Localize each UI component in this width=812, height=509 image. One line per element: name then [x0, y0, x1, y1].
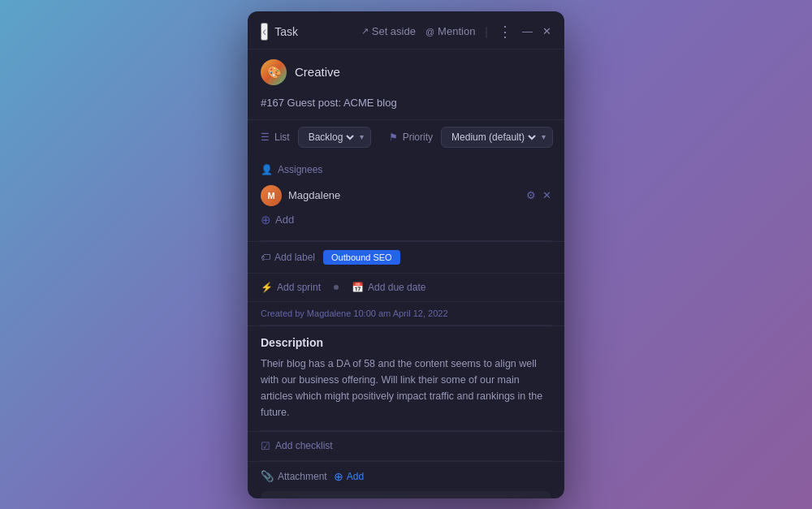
assignee-actions: ⚙ ✕ — [526, 189, 551, 201]
assignee-name: Magdalene — [288, 189, 520, 201]
modal-overlay: ‹ Task ↗ Set aside @ Mention | ⋮ — ✕ — [0, 0, 812, 509]
avatar-initials: M — [267, 191, 274, 201]
add-sprint-button[interactable]: ⚡ Add sprint — [261, 282, 321, 293]
priority-label: Priority — [403, 132, 433, 143]
attachment-card: 📄 #1 Guest post blog: Acme by Florencia … — [261, 491, 551, 498]
created-info-row: Created by Magdalene 10:00 am April 12, … — [248, 301, 564, 325]
attachment-header: 📎 Attachment ⊕ Add — [261, 470, 551, 483]
modal-header-left: ‹ Task — [261, 23, 298, 41]
add-attachment-button[interactable]: ⊕ Add — [334, 470, 364, 483]
assignee-settings-icon[interactable]: ⚙ — [526, 189, 536, 201]
add-assignee-icon: ⊕ — [261, 213, 271, 227]
sprint-due-row: ⚡ Add sprint 📅 Add due date — [248, 273, 564, 301]
priority-icon: ⚑ — [389, 132, 398, 143]
workspace-avatar: 🎨 — [261, 59, 287, 85]
description-text: Their blog has a DA of 58 and the conten… — [261, 356, 551, 421]
list-label: List — [274, 132, 290, 143]
set-aside-icon: ↗ — [361, 26, 369, 37]
attachment-label-text: Attachment — [278, 471, 327, 482]
calendar-icon: 📅 — [352, 282, 364, 293]
modal-header: ‹ Task ↗ Set aside @ Mention | ⋮ — ✕ — [248, 11, 564, 50]
description-title: Description — [261, 336, 551, 349]
add-attachment-label: Add — [347, 471, 364, 482]
list-select[interactable]: Backlog — [305, 131, 356, 144]
add-assignee-label: Add — [275, 214, 294, 226]
workspace-avatar-emoji: 🎨 — [267, 66, 281, 79]
created-info-text: Created by Magdalene 10:00 am April 12, … — [261, 308, 448, 318]
attachment-icon: 📎 — [261, 470, 274, 482]
header-divider: | — [485, 25, 488, 38]
checklist-icon: ☑ — [261, 440, 270, 452]
task-modal: ‹ Task ↗ Set aside @ Mention | ⋮ — ✕ — [248, 11, 564, 498]
list-chevron-icon: ▾ — [360, 132, 364, 141]
assignee-remove-icon[interactable]: ✕ — [542, 189, 551, 201]
assignees-label: 👤 Assignees — [261, 164, 551, 175]
checklist-label: Add checklist — [275, 440, 333, 451]
description-section: Description Their blog has a DA of 58 an… — [248, 326, 564, 430]
list-icon: ☰ — [261, 132, 270, 143]
priority-chevron-icon: ▾ — [542, 132, 546, 141]
more-options-button[interactable]: ⋮ — [498, 24, 512, 39]
minimize-button[interactable]: — — [522, 25, 533, 37]
workspace-row: 🎨 Creative — [248, 50, 564, 92]
add-assignee-button[interactable]: ⊕ Add — [261, 209, 551, 231]
modal-body: 🎨 Creative #167 Guest post: ACME blog ☰ … — [248, 50, 564, 498]
separator-dot — [334, 285, 339, 290]
priority-select-box[interactable]: Medium (default) ▾ — [441, 127, 553, 148]
add-sprint-label: Add sprint — [277, 282, 321, 293]
modal-header-right: ↗ Set aside @ Mention | ⋮ — ✕ — [361, 24, 551, 39]
meta-row: ☰ List Backlog ▾ ⚑ Priority Medium (defa… — [248, 119, 564, 154]
task-id-row: #167 Guest post: ACME blog — [248, 92, 564, 119]
set-aside-label: Set aside — [372, 25, 416, 37]
sprint-icon: ⚡ — [261, 282, 273, 293]
add-checklist-button[interactable]: ☑ Add checklist — [248, 431, 564, 460]
priority-meta: ⚑ Priority — [389, 132, 433, 143]
assignee-row: M Magdalene ⚙ ✕ — [261, 182, 551, 209]
add-due-date-label: Add due date — [368, 282, 425, 293]
set-aside-button[interactable]: ↗ Set aside — [361, 25, 416, 37]
mention-icon: @ — [425, 27, 434, 37]
add-due-date-button[interactable]: 📅 Add due date — [352, 282, 425, 293]
attachment-section: 📎 Attachment ⊕ Add 📄 #1 Guest post blo — [248, 461, 564, 498]
attachment-label: 📎 Attachment — [261, 470, 327, 482]
add-label-text: Add label — [274, 252, 315, 263]
close-button[interactable]: ✕ — [542, 25, 551, 37]
avatar: M — [261, 185, 282, 206]
add-attachment-plus-icon: ⊕ — [334, 470, 343, 483]
mention-label: Mention — [438, 25, 475, 37]
priority-select[interactable]: Medium (default) — [448, 131, 538, 144]
task-id: #167 Guest post: ACME blog — [261, 97, 397, 109]
mention-button[interactable]: @ Mention — [425, 25, 475, 37]
back-button[interactable]: ‹ — [261, 23, 268, 41]
assignees-icon: 👤 — [261, 164, 273, 175]
add-label-button[interactable]: 🏷 Add label — [261, 252, 315, 263]
list-select-box[interactable]: Backlog ▾ — [298, 127, 371, 148]
label-row: 🏷 Add label Outbound SEO — [248, 241, 564, 273]
modal-title: Task — [274, 25, 298, 38]
list-meta: ☰ List — [261, 132, 290, 143]
assignees-section: 👤 Assignees M Magdalene ⚙ ✕ ⊕ Add — [248, 154, 564, 240]
workspace-name: Creative — [295, 65, 340, 79]
tag-icon: 🏷 — [261, 252, 270, 263]
outbound-seo-tag[interactable]: Outbound SEO — [323, 250, 400, 265]
